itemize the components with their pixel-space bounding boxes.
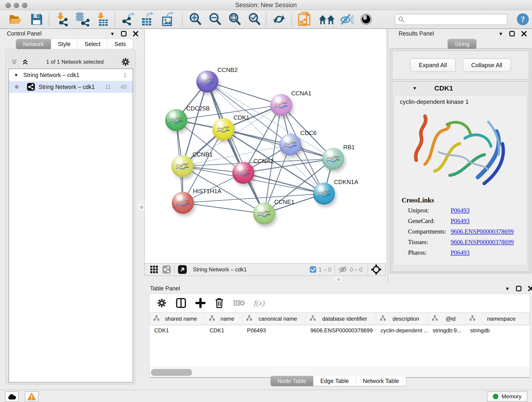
network-edge[interactable] [183,194,324,203]
show-columns-icon[interactable] [176,298,186,308]
network-node-CCNB2[interactable] [196,70,218,93]
gear-icon[interactable] [121,57,130,66]
column-header-description[interactable]: description [376,313,428,325]
bottom-splitter-handle[interactable] [335,276,342,282]
tree-expander-icon[interactable]: ▼ [14,73,18,77]
detach-view-icon[interactable] [178,265,187,274]
results-panel-close-icon[interactable] [521,31,527,37]
hide-details-icon[interactable] [340,13,354,26]
collapse-all-button[interactable]: Collapse All [462,58,511,72]
houses-icon[interactable] [318,13,335,25]
crosslink-pharos-[interactable]: P06493 [451,249,470,260]
delete-column-icon[interactable] [215,298,224,308]
network-name-label: String Network – cdk1 [39,84,105,90]
function-builder-icon[interactable]: f(x) [254,299,265,307]
memory-status-dot [493,394,498,399]
results-panel-menu-icon[interactable]: ▼ [498,32,503,36]
network-from-clipboard-icon[interactable] [298,12,312,27]
hidden-eye-icon[interactable] [338,266,347,273]
add-column-icon[interactable] [196,298,206,308]
network-node-HIST1H1A[interactable] [172,192,194,214]
collapse-all-chevrons-icon[interactable] [11,58,18,65]
column-header-name[interactable]: name [205,313,242,325]
section-expander-icon[interactable]: ▼ [412,86,417,90]
crosslink-genecard-[interactable]: P06493 [451,217,470,228]
expand-all-chevrons-icon[interactable] [22,58,29,65]
cloud-button[interactable] [5,391,19,402]
search-field[interactable] [395,14,507,25]
export-network-icon[interactable] [121,12,136,26]
network-node-RB1[interactable] [322,148,344,170]
tab-string[interactable]: String [448,39,476,49]
open-session-icon[interactable] [9,13,23,26]
zoom-in-icon[interactable] [188,12,203,26]
network-tree-row[interactable]: String Network – cdk1 11 48 [9,81,133,93]
tab-sets[interactable]: Sets [108,39,133,49]
control-panel-float-icon[interactable] [121,31,127,37]
crosslink-uniprot-[interactable]: P06493 [451,207,470,217]
tab-select[interactable]: Select [78,39,108,49]
grid-view-icon[interactable] [150,265,158,274]
export-image-icon[interactable] [161,12,175,26]
import-table-icon[interactable] [96,12,109,26]
import-network-file-icon[interactable] [55,12,70,26]
table-panel-float-icon[interactable] [516,286,522,292]
control-panel-close-icon[interactable] [133,31,139,37]
refresh-layout-icon[interactable] [272,12,286,26]
warning-button[interactable] [25,391,38,402]
zoom-out-icon[interactable] [208,12,222,26]
table-panel-title: Table Panel [150,285,180,292]
network-node-CCNA2[interactable] [232,162,254,184]
table-gear-icon[interactable] [157,298,167,308]
scrollbar-thumb[interactable] [151,369,192,376]
column-header-canonical-name[interactable]: canonical name [242,313,306,325]
table-row[interactable]: CDK1CDK1P064939606.ENSP00000378699cyclin… [150,325,530,336]
network-node-CCNB1[interactable] [171,155,193,177]
network-node-CCNE1[interactable] [253,203,275,225]
tab-network-table[interactable]: Network Table [356,376,406,386]
tab-node-table[interactable]: Node Table [271,376,313,386]
import-network-database-icon[interactable] [74,12,90,26]
birdseye-icon[interactable] [360,13,373,26]
svg-text:?: ? [521,15,525,24]
zoom-fit-icon[interactable] [228,12,242,26]
table-cell: P06493 [242,327,306,334]
expand-all-button[interactable]: Expand All [410,58,456,72]
crosslink-compartments-[interactable]: 9606.ENSP00000378699 [451,228,514,239]
memory-button[interactable]: Memory [487,391,527,402]
tab-style[interactable]: Style [51,39,78,49]
export-table-icon[interactable] [141,12,154,26]
help-icon[interactable]: ? [516,13,529,26]
left-splitter-handle[interactable] [138,203,145,211]
share-network-icon [27,83,35,91]
network-canvas[interactable]: CCNB2 CCNA1 CDC25B CDK1 CDC6 RB1 CCNB1 C… [144,29,386,263]
selected-checkbox-icon[interactable] [310,266,317,273]
tab-edge-table[interactable]: Edge Table [313,376,356,386]
control-panel-menu-icon[interactable]: ▼ [110,32,115,36]
delete-table-icon[interactable] [233,298,245,307]
zoom-selected-icon[interactable] [247,12,262,26]
network-edge[interactable] [223,129,333,159]
search-input[interactable] [405,16,501,23]
crosslink-tissues-[interactable]: 9606.ENSP00000378699 [451,239,514,249]
column-header-namespace[interactable]: namespace [466,313,530,325]
crosshair-icon[interactable] [371,264,381,274]
network-node-CDC6[interactable] [279,134,301,156]
table-panel-close-icon[interactable] [528,286,532,292]
network-edge[interactable] [207,82,281,105]
results-panel-float-icon[interactable] [509,31,515,37]
save-session-icon[interactable] [30,13,43,26]
network-node-CDC25B[interactable] [165,109,187,131]
table-panel-menu-icon[interactable]: ▼ [505,286,510,291]
network-node-CCNA1[interactable] [270,94,292,116]
network-tree-parent-row[interactable]: ▼ String Network – cdk1 1 [9,69,133,81]
network-node-CDKN1A[interactable] [313,183,335,205]
column-header-shared-name[interactable]: shared name [150,313,205,325]
cdk1-section-header[interactable]: ▼ CDK1 [392,82,529,95]
network-edge[interactable] [183,203,264,214]
network-node-CDK1[interactable] [212,118,234,140]
column-header--id[interactable]: @id [428,313,466,325]
column-header-database-identifier[interactable]: database identifier [306,313,376,325]
tab-network[interactable]: Network [16,39,51,49]
network-view-icon[interactable] [162,265,171,274]
